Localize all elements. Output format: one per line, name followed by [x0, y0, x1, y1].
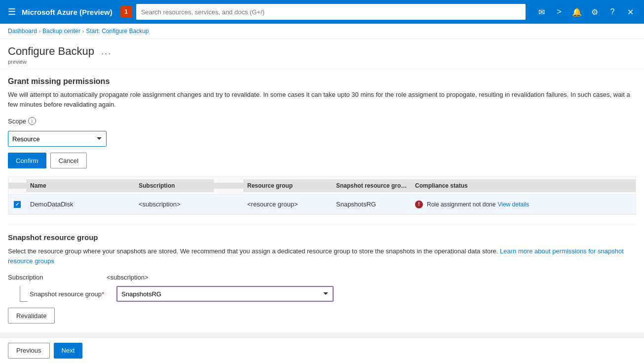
snapshot-description: Select the resource group where your sna… — [8, 246, 636, 266]
breadcrumb-dashboard[interactable]: Dashboard — [8, 28, 37, 35]
scope-select[interactable]: Resource Subscription Resource Group — [8, 131, 107, 147]
subscription-value: <subscription> — [107, 274, 149, 281]
email-icon[interactable]: ✉ — [533, 4, 549, 20]
row-checkbox-cell[interactable] — [8, 198, 26, 211]
resource-table: Name Subscription Resource group Snapsho… — [8, 176, 636, 215]
confirm-cancel-row: Confirm Cancel — [8, 153, 636, 168]
col-name: Name — [26, 179, 135, 192]
snapshot-rg-label: Snapshot resource group* — [30, 290, 116, 298]
page-header: Configure Backup ... preview — [0, 39, 644, 69]
topbar: ☰ Microsoft Azure (Preview) 1 ✉ > 🔔 ⚙ ? … — [0, 0, 644, 24]
breadcrumb-configure-backup[interactable]: Start: Configure Backup — [86, 28, 149, 35]
breadcrumb-sep-2: › — [82, 29, 84, 34]
connector-line — [20, 286, 28, 302]
subscription-row: Subscription <subscription> — [8, 274, 636, 281]
bell-icon[interactable]: 🔔 — [569, 4, 585, 20]
search-input[interactable] — [136, 4, 526, 20]
help-icon[interactable]: ? — [605, 4, 620, 20]
table-header: Name Subscription Resource group Snapsho… — [8, 177, 636, 195]
view-details-link[interactable]: View details — [497, 201, 529, 208]
page-title: Configure Backup — [8, 45, 94, 58]
cancel-button[interactable]: Cancel — [50, 153, 87, 168]
breadcrumb-backup-center[interactable]: Backup center — [42, 28, 80, 35]
col-subscription: Subscription — [135, 179, 214, 192]
row-status-text: Role assignment not done — [427, 201, 495, 208]
scope-row: Scope i — [8, 117, 636, 125]
row-subscription: <subscription> — [135, 198, 214, 211]
col-resource-group: Resource group — [243, 179, 332, 192]
confirm-button[interactable]: Confirm — [8, 153, 46, 168]
scope-select-row: Resource Subscription Resource Group — [8, 131, 636, 147]
breadcrumb-sep-1: › — [39, 29, 40, 34]
grant-description: We will attempt to automatically propaga… — [8, 90, 636, 109]
grant-heading: Grant missing permissions — [8, 77, 636, 86]
scope-label: Scope i — [8, 117, 38, 125]
col-snapshot-rg: Snapshot resource group — [332, 179, 411, 192]
snapshot-rg-row: Snapshot resource group* SnapshotsRG — [20, 286, 636, 302]
snapshot-rg-select[interactable]: SnapshotsRG — [116, 286, 334, 302]
subscription-label: Subscription — [8, 274, 107, 281]
main-content: Grant missing permissions We will attemp… — [0, 69, 644, 332]
hamburger-icon[interactable]: ☰ — [6, 4, 18, 19]
row-checkbox[interactable] — [14, 201, 21, 208]
table-row: DemoDataDisk <subscription> <resource gr… — [8, 195, 636, 214]
page-subtitle: preview — [8, 59, 114, 65]
snapshot-form: Subscription <subscription> Snapshot res… — [8, 274, 636, 323]
row-snapshot-rg: SnapshotsRG — [332, 198, 411, 211]
cloud-shell-icon[interactable]: > — [551, 4, 567, 20]
more-options-button[interactable]: ... — [98, 45, 114, 58]
error-icon: ! — [415, 201, 423, 208]
settings-icon[interactable]: ⚙ — [587, 4, 603, 20]
row-status-cell: ! Role assignment not done View details — [411, 198, 636, 211]
col-checkbox — [8, 183, 26, 189]
grant-section: Grant missing permissions We will attemp… — [8, 77, 636, 168]
row-col3 — [214, 202, 243, 207]
revalidate-button[interactable]: Revalidate — [8, 308, 55, 323]
topbar-icons: ✉ > 🔔 ⚙ ? ✕ — [533, 4, 638, 20]
revalidate-row: Revalidate — [8, 308, 636, 323]
breadcrumb: Dashboard › Backup center › Start: Confi… — [0, 24, 644, 39]
rg-required-marker: * — [102, 290, 104, 298]
close-icon[interactable]: ✕ — [622, 4, 638, 20]
row-resource-group: <resource group> — [243, 198, 332, 211]
col-compliance: Compliance status — [411, 179, 636, 192]
row-name: DemoDataDisk — [26, 198, 135, 211]
col-extra — [214, 183, 243, 189]
app-title: Microsoft Azure (Preview) — [22, 8, 113, 16]
snapshot-section: Snapshot resource group Select the resou… — [8, 225, 636, 323]
notification-badge: 1 — [120, 6, 132, 18]
scope-info-icon[interactable]: i — [28, 117, 36, 125]
snapshot-section-title: Snapshot resource group — [8, 233, 636, 242]
